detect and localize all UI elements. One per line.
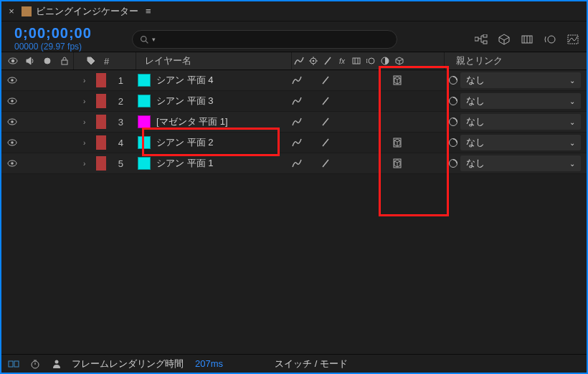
current-time[interactable]: 0;00;00;00 — [14, 25, 122, 42]
parent-dropdown[interactable]: なし⌄ — [460, 93, 581, 109]
render-time-icon[interactable] — [29, 358, 42, 370]
pickwhip-button[interactable] — [446, 96, 460, 106]
layer-name-header-label: レイヤー名 — [139, 54, 191, 67]
switches-modes-toggle[interactable]: スイッチ / モード — [275, 358, 348, 370]
close-panel-button[interactable]: × — [6, 6, 17, 16]
shy-toggle[interactable] — [290, 159, 304, 168]
layer-row[interactable]: ›1シアン 平面 4なし⌄ — [1, 70, 587, 91]
twirl-icon[interactable]: › — [83, 118, 90, 126]
shy-header-icon — [292, 57, 306, 65]
layer-name[interactable]: [マゼンタ 平面 1] — [156, 115, 228, 128]
svg-rect-2 — [475, 37, 478, 41]
pickwhip-button[interactable] — [446, 117, 460, 127]
label-color[interactable] — [96, 115, 106, 129]
parent-dropdown[interactable]: なし⌄ — [460, 114, 581, 130]
layer-name[interactable]: シアン 平面 1 — [156, 157, 213, 170]
svg-point-12 — [11, 59, 14, 62]
3d-toggle[interactable] — [390, 75, 404, 85]
layer-name[interactable]: シアン 平面 4 — [156, 74, 213, 87]
3d-toggle[interactable] — [390, 138, 404, 148]
svg-line-29 — [323, 77, 328, 84]
svg-line-42 — [323, 139, 328, 146]
chevron-down-icon: ⌄ — [569, 160, 575, 168]
quality-toggle[interactable] — [318, 138, 333, 147]
svg-line-1 — [146, 41, 148, 43]
panel-menu-button[interactable]: ≡ — [146, 6, 151, 16]
layer-row[interactable]: ›3[マゼンタ 平面 1]なし⌄ — [1, 112, 587, 133]
3d-toggle[interactable] — [390, 158, 404, 168]
video-toggle[interactable] — [6, 77, 19, 84]
label-column-icon — [84, 57, 98, 65]
search-dropdown-icon[interactable]: ▾ — [152, 36, 156, 43]
lock-column-icon — [57, 57, 72, 65]
layer-name[interactable]: シアン 平面 2 — [156, 136, 213, 149]
graph-editor-button[interactable] — [566, 33, 579, 46]
svg-point-16 — [313, 60, 315, 62]
shy-toggle[interactable] — [290, 97, 304, 105]
parent-link-header[interactable]: 親とリンク — [445, 52, 587, 69]
pickwhip-button[interactable] — [446, 158, 460, 168]
chevron-down-icon: ⌄ — [569, 77, 575, 85]
twirl-icon[interactable]: › — [83, 77, 90, 85]
draft3d-button[interactable] — [498, 33, 511, 46]
svg-rect-22 — [353, 58, 360, 64]
parent-dropdown[interactable]: なし⌄ — [460, 135, 581, 150]
svg-point-0 — [141, 36, 146, 41]
svg-line-34 — [323, 97, 328, 105]
parent-value: なし — [466, 136, 485, 149]
shy-toggle[interactable] — [290, 76, 304, 85]
chevron-down-icon: ⌄ — [569, 97, 575, 105]
pickwhip-button[interactable] — [446, 138, 460, 148]
video-toggle[interactable] — [6, 160, 19, 167]
label-color[interactable] — [96, 73, 106, 87]
toggle-switches-button[interactable] — [7, 358, 20, 370]
render-time-value: 207ms — [195, 358, 223, 369]
layer-name[interactable]: シアン 平面 3 — [156, 95, 213, 107]
quality-toggle[interactable] — [318, 97, 333, 105]
shy-toggle[interactable] — [290, 118, 304, 126]
layer-row[interactable]: ›5シアン 平面 1なし⌄ — [1, 153, 587, 174]
label-color[interactable] — [96, 156, 106, 171]
twirl-icon[interactable]: › — [83, 160, 90, 168]
quality-toggle[interactable] — [318, 76, 333, 85]
parent-dropdown[interactable]: なし⌄ — [460, 72, 581, 88]
video-toggle[interactable] — [6, 97, 19, 105]
svg-rect-3 — [483, 34, 487, 37]
frame-blend-button[interactable] — [521, 33, 534, 46]
composition-flowchart-button[interactable] — [475, 33, 488, 46]
svg-rect-51 — [14, 361, 19, 367]
parent-dropdown[interactable]: なし⌄ — [460, 155, 581, 171]
motion-blur-button[interactable] — [544, 33, 556, 46]
parent-value: なし — [466, 74, 485, 87]
layer-index: 5 — [112, 158, 123, 169]
timecode-display[interactable]: 0;00;00;00 00000 (29.97 fps) — [14, 25, 122, 52]
source-color-swatch — [138, 157, 151, 170]
quality-toggle[interactable] — [318, 159, 333, 168]
svg-line-38 — [323, 118, 328, 125]
svg-line-47 — [323, 160, 328, 167]
render-person-icon[interactable] — [50, 358, 63, 370]
label-color[interactable] — [96, 94, 106, 108]
layer-row[interactable]: ›4シアン 平面 2なし⌄ — [1, 133, 587, 153]
twirl-icon[interactable]: › — [83, 97, 90, 105]
svg-point-55 — [55, 360, 59, 363]
video-toggle[interactable] — [6, 139, 19, 146]
video-toggle[interactable] — [6, 118, 19, 125]
quality-toggle[interactable] — [318, 118, 333, 126]
pickwhip-button[interactable] — [446, 75, 460, 85]
svg-point-46 — [11, 162, 14, 165]
composition-title[interactable]: ビニングインジケーター — [36, 5, 138, 18]
layer-row[interactable]: ›2シアン 平面 3なし⌄ — [1, 91, 587, 112]
layer-search-input[interactable]: ▾ — [132, 30, 397, 49]
chevron-down-icon: ⌄ — [569, 139, 575, 147]
svg-point-33 — [11, 100, 14, 102]
shy-toggle[interactable] — [290, 138, 304, 147]
layer-name-header[interactable]: レイヤー名 — [136, 52, 291, 69]
source-color-swatch — [138, 74, 151, 87]
video-column-icon — [6, 57, 20, 64]
label-color[interactable] — [96, 135, 106, 150]
svg-point-9 — [548, 36, 555, 43]
twirl-icon[interactable]: › — [83, 139, 90, 147]
layer-index: 1 — [112, 75, 123, 86]
layer-index: 2 — [112, 96, 123, 107]
